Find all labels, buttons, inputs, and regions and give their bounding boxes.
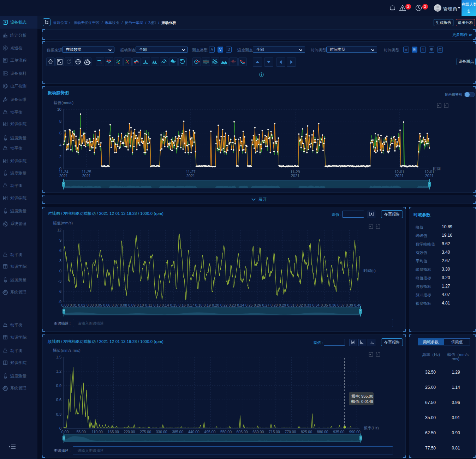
- svg-text:频率(Hz): 频率(Hz): [364, 426, 379, 430]
- svg-text:495.00: 495.00: [204, 430, 215, 434]
- svg-text:0.11: 0.11: [145, 303, 152, 307]
- svg-text:660.00: 660.00: [252, 430, 264, 434]
- svg-text:440.00: 440.00: [188, 430, 200, 434]
- svg-text:0.08: 0.08: [120, 303, 127, 307]
- svg-text:990.00: 990.00: [349, 430, 361, 434]
- svg-text:715.00: 715.00: [269, 430, 280, 434]
- svg-text:2021: 2021: [395, 174, 404, 178]
- svg-text:0.31: 0.31: [287, 303, 294, 307]
- svg-text:0.22: 0.22: [220, 303, 228, 307]
- svg-text:0.00: 0.00: [61, 430, 69, 434]
- svg-text:55.00: 55.00: [76, 430, 85, 434]
- svg-text:110.00: 110.00: [92, 430, 103, 434]
- svg-text:8: 8: [59, 119, 61, 123]
- svg-text:2021: 2021: [425, 174, 434, 178]
- svg-text:0.09: 0.09: [128, 303, 136, 307]
- svg-text:165.00: 165.00: [108, 430, 119, 434]
- svg-text:6: 6: [59, 131, 61, 135]
- svg-text:时间(s): 时间(s): [363, 268, 376, 273]
- svg-text:0.27: 0.27: [262, 303, 269, 307]
- svg-text:0.17: 0.17: [187, 303, 194, 307]
- svg-text:幅值: 0.0149: 幅值: 0.0149: [351, 399, 373, 404]
- svg-text:0.13: 0.13: [153, 303, 161, 307]
- svg-text:4: 4: [59, 143, 61, 147]
- svg-text:6: 6: [59, 248, 61, 253]
- svg-text:605.00: 605.00: [237, 430, 248, 434]
- svg-text:0.33: 0.33: [304, 303, 311, 307]
- svg-text:0.15: 0.15: [170, 303, 178, 307]
- svg-text:935.00: 935.00: [333, 430, 344, 434]
- svg-text:2021: 2021: [291, 174, 299, 178]
- svg-text:0.14: 0.14: [162, 303, 169, 307]
- svg-text:0.01: 0.01: [70, 303, 77, 307]
- svg-text:0.29: 0.29: [279, 303, 286, 307]
- svg-text:0.6: 0.6: [56, 398, 61, 402]
- svg-text:880.00: 880.00: [317, 430, 328, 434]
- svg-text:770.00: 770.00: [285, 430, 296, 434]
- svg-text:0.32: 0.32: [296, 303, 303, 307]
- svg-text:0.37: 0.37: [338, 303, 345, 307]
- svg-text:幅值(mm/s rms): 幅值(mm/s rms): [53, 348, 81, 352]
- svg-text:幅值(mm/s): 幅值(mm/s): [54, 101, 73, 105]
- svg-text:3: 3: [59, 259, 61, 263]
- svg-text:1.2: 1.2: [56, 369, 61, 373]
- svg-text:0: 0: [59, 269, 61, 273]
- svg-text:-3: -3: [58, 279, 61, 283]
- svg-text:幅值(mm/s): 幅值(mm/s): [53, 221, 73, 225]
- svg-text:0.9: 0.9: [56, 383, 61, 388]
- svg-text:220.00: 220.00: [124, 430, 135, 434]
- svg-text:0.3: 0.3: [56, 412, 61, 416]
- svg-text:0.06: 0.06: [103, 303, 111, 307]
- svg-text:0.28: 0.28: [270, 303, 278, 307]
- svg-text:550.00: 550.00: [220, 430, 232, 434]
- svg-text:0.36: 0.36: [329, 303, 337, 307]
- svg-text:0.16: 0.16: [178, 303, 186, 307]
- svg-text:1.5: 1.5: [56, 355, 61, 359]
- svg-text:0.24: 0.24: [237, 303, 244, 307]
- svg-text:0.03: 0.03: [87, 303, 94, 307]
- svg-text:0.00: 0.00: [61, 303, 69, 307]
- svg-text:385.00: 385.00: [172, 430, 183, 434]
- svg-text:12: 12: [57, 228, 61, 232]
- svg-text:2: 2: [59, 155, 61, 159]
- svg-text:825.00: 825.00: [301, 430, 312, 434]
- svg-text:0.35: 0.35: [321, 303, 328, 307]
- svg-text:频率: 955.00: 频率: 955.00: [351, 394, 373, 398]
- svg-text:0.10: 0.10: [137, 303, 144, 307]
- svg-text:0.19: 0.19: [203, 303, 211, 307]
- svg-text:0.25: 0.25: [245, 303, 253, 307]
- svg-text:275.00: 275.00: [140, 430, 151, 434]
- svg-text:10: 10: [57, 107, 61, 111]
- svg-text:-6: -6: [58, 289, 61, 294]
- svg-text:0.23: 0.23: [229, 303, 236, 307]
- svg-text:0.02: 0.02: [78, 303, 85, 307]
- svg-text:330.00: 330.00: [156, 430, 167, 434]
- svg-text:0.34: 0.34: [312, 303, 320, 307]
- svg-text:-9: -9: [58, 300, 61, 304]
- svg-text:2021: 2021: [82, 174, 91, 178]
- svg-text:0.20: 0.20: [212, 303, 219, 307]
- svg-text:时间: 时间: [433, 167, 441, 171]
- svg-text:0.39: 0.39: [346, 303, 353, 307]
- svg-text:2021: 2021: [59, 174, 68, 178]
- svg-text:9: 9: [59, 238, 61, 242]
- svg-text:0.18: 0.18: [195, 303, 203, 307]
- svg-text:0.26: 0.26: [254, 303, 261, 307]
- svg-text:2021: 2021: [186, 174, 195, 178]
- svg-text:0.05: 0.05: [95, 303, 102, 307]
- svg-text:0.07: 0.07: [112, 303, 119, 307]
